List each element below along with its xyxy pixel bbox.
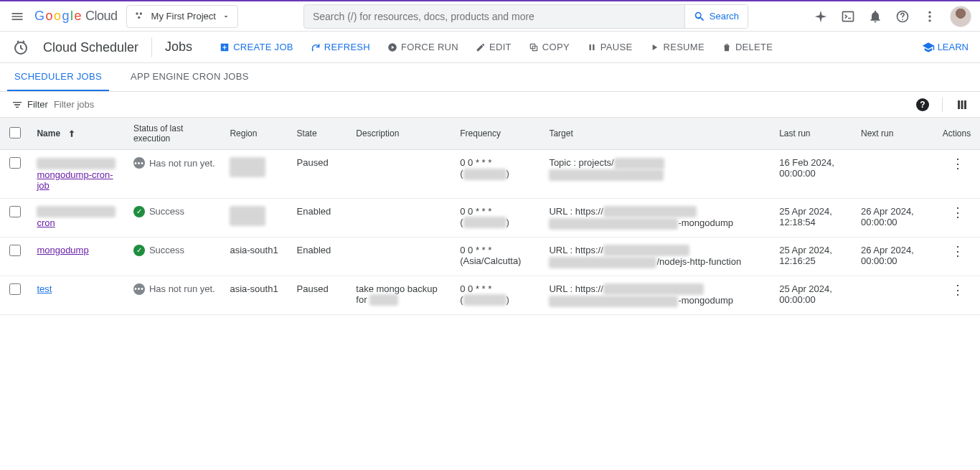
next-run-value: 26 Apr 2024, [861,206,928,217]
help-icon[interactable] [895,9,910,24]
more-icon[interactable] [923,9,937,24]
jobs-table: Name Status of last execution Region Sta… [0,118,980,315]
col-region[interactable]: Region [222,118,289,150]
cloud-scheduler-icon [11,38,30,57]
cloud-shell-icon[interactable] [841,9,855,24]
last-run-value: 25 Apr 2024, [779,206,847,217]
col-state[interactable]: State [290,118,349,150]
page-title: Jobs [165,39,192,55]
svg-point-0 [136,12,138,14]
target-value: URL : https:// [549,283,765,296]
svg-rect-13 [589,44,590,50]
row-actions-icon[interactable]: ⋮ [951,283,964,297]
state-value: Enabled [297,245,331,255]
target-value: URL : https:// [549,245,765,257]
svg-rect-3 [843,11,854,21]
state-value: Paused [297,157,329,168]
force-run-button[interactable]: FORCE RUN [387,42,458,52]
filter-bar: Filter ? [0,92,980,118]
target-value: URL : https:// [549,206,765,218]
column-display-icon[interactable] [956,98,969,111]
tab-scheduler-jobs[interactable]: SCHEDULER JOBS [7,63,109,91]
search-input[interactable] [304,5,684,28]
last-run-value: 16 Feb 2024, [779,157,847,168]
filter-input[interactable] [54,99,910,110]
create-job-button[interactable]: CREATE JOB [220,42,293,52]
project-picker[interactable]: My First Project [126,5,238,28]
search-button[interactable]: Search [684,5,748,28]
service-title: Cloud Scheduler [43,37,152,57]
frequency-value: 0 0 * * * [460,283,534,294]
row-actions-icon[interactable]: ⋮ [951,244,964,258]
frequency-value: 0 0 * * * [460,206,534,217]
svg-rect-15 [958,100,960,109]
region-value: asia-south1 [230,283,278,294]
frequency-value: 0 0 * * * [460,157,534,168]
state-value: Paused [297,283,329,294]
pause-button[interactable]: PAUSE [587,42,633,52]
row-actions-icon[interactable]: ⋮ [951,205,964,220]
google-cloud-logo[interactable]: Google Cloud [34,9,118,24]
table-row: cron✓SuccessEnabled0 0 * * *()URL : http… [0,198,980,237]
svg-point-6 [928,11,930,13]
avatar[interactable] [950,6,971,27]
project-name: My First Project [151,11,216,22]
frequency-value: 0 0 * * * [460,245,534,255]
refresh-button[interactable]: REFRESH [311,42,370,52]
state-value: Enabled [297,206,331,217]
tab-app-engine-cron[interactable]: APP ENGINE CRON JOBS [123,63,256,91]
notifications-icon[interactable] [868,9,882,24]
delete-button[interactable]: DELETE [722,42,773,52]
job-name-link[interactable]: test [37,283,52,294]
next-run-value: 26 Apr 2024, [861,245,928,255]
search-box: Search [303,4,748,29]
job-name-link[interactable]: cron [37,217,55,228]
col-nextrun[interactable]: Next run [854,118,936,150]
edit-button[interactable]: EDIT [476,42,512,52]
svg-rect-16 [961,100,963,109]
svg-point-8 [928,19,930,22]
resume-button[interactable]: RESUME [649,42,704,52]
sort-asc-icon [67,128,77,138]
region-value: asia-south1 [230,245,278,255]
status-success: ✓Success [133,206,216,217]
target-value: Topic : projects/ [549,157,765,169]
row-checkbox[interactable] [9,157,21,169]
status-success: ✓Success [133,245,216,256]
svg-point-5 [902,19,903,20]
filter-icon [11,99,23,111]
tabs: SCHEDULER JOBS APP ENGINE CRON JOBS [0,63,980,92]
row-checkbox[interactable] [9,283,21,295]
col-lastrun[interactable]: Last run [772,118,854,150]
select-all-checkbox[interactable] [9,127,21,138]
col-name[interactable]: Name [29,118,126,150]
col-description[interactable]: Description [349,118,453,150]
svg-point-2 [138,16,140,18]
svg-rect-17 [964,100,966,109]
last-run-value: 25 Apr 2024, [779,283,847,294]
filter-help-icon[interactable]: ? [916,98,929,111]
learn-button[interactable]: LEARN [922,41,969,54]
svg-point-1 [139,12,141,14]
job-name-link[interactable]: mongodump [37,245,88,255]
table-row: mongodump-cron-job•••Has not run yet.Pau… [0,150,980,199]
table-row: test•••Has not run yet.asia-south1Paused… [0,276,980,314]
col-status[interactable]: Status of last execution [126,118,223,150]
search-icon [694,11,705,22]
last-run-value: 25 Apr 2024, [779,245,847,255]
col-frequency[interactable]: Frequency [453,118,542,150]
col-target[interactable]: Target [542,118,772,150]
top-bar: Google Cloud My First Project Search [0,0,980,32]
filter-label: Filter [11,99,48,111]
job-name-link[interactable]: mongodump-cron-job [37,169,113,191]
row-checkbox[interactable] [9,206,21,217]
row-actions-icon[interactable]: ⋮ [951,156,964,171]
table-row: mongodump✓Successasia-south1Enabled0 0 *… [0,237,980,276]
copy-button[interactable]: COPY [529,42,570,52]
row-checkbox[interactable] [9,245,21,256]
menu-icon[interactable] [9,8,26,25]
col-actions[interactable]: Actions [936,118,980,150]
chevron-down-icon [222,12,230,21]
gemini-icon[interactable] [814,9,828,24]
service-bar: Cloud Scheduler Jobs CREATE JOB REFRESH … [0,32,980,63]
